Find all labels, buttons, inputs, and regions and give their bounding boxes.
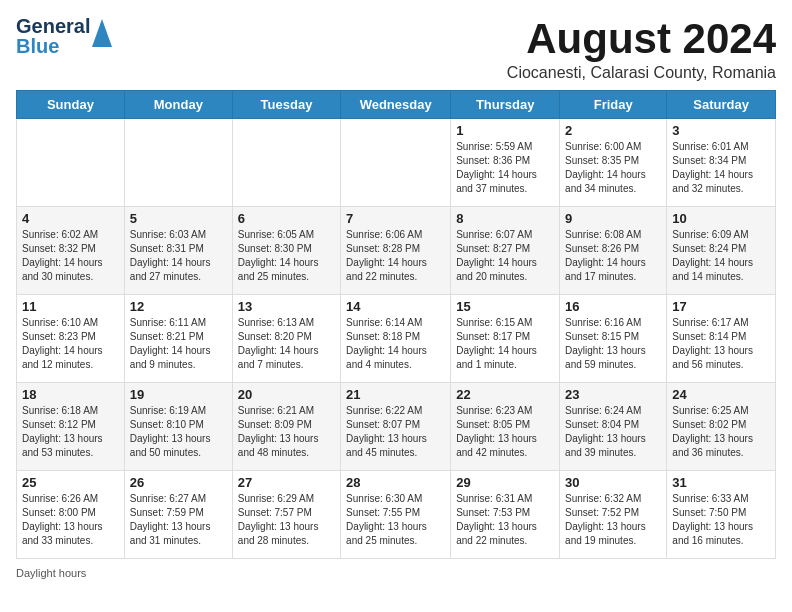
calendar-cell: 21Sunrise: 6:22 AM Sunset: 8:07 PM Dayli… [341,383,451,471]
calendar-cell: 1Sunrise: 5:59 AM Sunset: 8:36 PM Daylig… [451,119,560,207]
day-number: 1 [456,123,554,138]
calendar-cell: 11Sunrise: 6:10 AM Sunset: 8:23 PM Dayli… [17,295,125,383]
day-number: 26 [130,475,227,490]
calendar-cell: 26Sunrise: 6:27 AM Sunset: 7:59 PM Dayli… [124,471,232,559]
day-number: 24 [672,387,770,402]
calendar-week-row: 11Sunrise: 6:10 AM Sunset: 8:23 PM Dayli… [17,295,776,383]
calendar-cell: 4Sunrise: 6:02 AM Sunset: 8:32 PM Daylig… [17,207,125,295]
day-info: Sunrise: 5:59 AM Sunset: 8:36 PM Dayligh… [456,140,554,196]
day-info: Sunrise: 6:29 AM Sunset: 7:57 PM Dayligh… [238,492,335,548]
day-of-week-header: Tuesday [232,91,340,119]
day-info: Sunrise: 6:13 AM Sunset: 8:20 PM Dayligh… [238,316,335,372]
calendar-week-row: 4Sunrise: 6:02 AM Sunset: 8:32 PM Daylig… [17,207,776,295]
calendar-cell: 6Sunrise: 6:05 AM Sunset: 8:30 PM Daylig… [232,207,340,295]
day-info: Sunrise: 6:33 AM Sunset: 7:50 PM Dayligh… [672,492,770,548]
day-of-week-header: Wednesday [341,91,451,119]
calendar-cell: 5Sunrise: 6:03 AM Sunset: 8:31 PM Daylig… [124,207,232,295]
calendar-cell: 10Sunrise: 6:09 AM Sunset: 8:24 PM Dayli… [667,207,776,295]
calendar-cell: 28Sunrise: 6:30 AM Sunset: 7:55 PM Dayli… [341,471,451,559]
day-info: Sunrise: 6:03 AM Sunset: 8:31 PM Dayligh… [130,228,227,284]
footer: Daylight hours [16,567,776,579]
day-info: Sunrise: 6:01 AM Sunset: 8:34 PM Dayligh… [672,140,770,196]
day-number: 29 [456,475,554,490]
calendar-cell: 17Sunrise: 6:17 AM Sunset: 8:14 PM Dayli… [667,295,776,383]
day-number: 14 [346,299,445,314]
day-info: Sunrise: 6:26 AM Sunset: 8:00 PM Dayligh… [22,492,119,548]
day-number: 3 [672,123,770,138]
day-number: 23 [565,387,661,402]
calendar-cell: 22Sunrise: 6:23 AM Sunset: 8:05 PM Dayli… [451,383,560,471]
calendar-cell: 29Sunrise: 6:31 AM Sunset: 7:53 PM Dayli… [451,471,560,559]
day-number: 12 [130,299,227,314]
day-info: Sunrise: 6:23 AM Sunset: 8:05 PM Dayligh… [456,404,554,460]
day-info: Sunrise: 6:31 AM Sunset: 7:53 PM Dayligh… [456,492,554,548]
calendar-cell: 7Sunrise: 6:06 AM Sunset: 8:28 PM Daylig… [341,207,451,295]
day-info: Sunrise: 6:15 AM Sunset: 8:17 PM Dayligh… [456,316,554,372]
day-info: Sunrise: 6:07 AM Sunset: 8:27 PM Dayligh… [456,228,554,284]
logo-icon [92,19,112,47]
calendar-week-row: 18Sunrise: 6:18 AM Sunset: 8:12 PM Dayli… [17,383,776,471]
logo: General Blue [16,16,112,56]
logo-text: General Blue [16,16,90,56]
main-title: August 2024 [507,16,776,62]
calendar-cell: 13Sunrise: 6:13 AM Sunset: 8:20 PM Dayli… [232,295,340,383]
day-info: Sunrise: 6:10 AM Sunset: 8:23 PM Dayligh… [22,316,119,372]
calendar-cell: 25Sunrise: 6:26 AM Sunset: 8:00 PM Dayli… [17,471,125,559]
calendar-cell: 2Sunrise: 6:00 AM Sunset: 8:35 PM Daylig… [560,119,667,207]
day-info: Sunrise: 6:06 AM Sunset: 8:28 PM Dayligh… [346,228,445,284]
day-number: 22 [456,387,554,402]
day-of-week-header: Thursday [451,91,560,119]
calendar-cell: 12Sunrise: 6:11 AM Sunset: 8:21 PM Dayli… [124,295,232,383]
day-info: Sunrise: 6:18 AM Sunset: 8:12 PM Dayligh… [22,404,119,460]
day-info: Sunrise: 6:21 AM Sunset: 8:09 PM Dayligh… [238,404,335,460]
calendar-cell: 31Sunrise: 6:33 AM Sunset: 7:50 PM Dayli… [667,471,776,559]
day-number: 6 [238,211,335,226]
day-number: 21 [346,387,445,402]
day-of-week-header: Monday [124,91,232,119]
day-info: Sunrise: 6:08 AM Sunset: 8:26 PM Dayligh… [565,228,661,284]
calendar-cell: 16Sunrise: 6:16 AM Sunset: 8:15 PM Dayli… [560,295,667,383]
day-info: Sunrise: 6:05 AM Sunset: 8:30 PM Dayligh… [238,228,335,284]
day-info: Sunrise: 6:14 AM Sunset: 8:18 PM Dayligh… [346,316,445,372]
page-header: General Blue August 2024 Ciocanesti, Cal… [16,16,776,82]
calendar-cell [341,119,451,207]
day-info: Sunrise: 6:19 AM Sunset: 8:10 PM Dayligh… [130,404,227,460]
logo-blue: Blue [16,36,90,56]
day-info: Sunrise: 6:00 AM Sunset: 8:35 PM Dayligh… [565,140,661,196]
calendar-cell: 3Sunrise: 6:01 AM Sunset: 8:34 PM Daylig… [667,119,776,207]
day-info: Sunrise: 6:11 AM Sunset: 8:21 PM Dayligh… [130,316,227,372]
day-number: 9 [565,211,661,226]
day-of-week-header: Friday [560,91,667,119]
day-number: 28 [346,475,445,490]
calendar-week-row: 25Sunrise: 6:26 AM Sunset: 8:00 PM Dayli… [17,471,776,559]
calendar-cell [232,119,340,207]
day-of-week-header: Sunday [17,91,125,119]
day-number: 30 [565,475,661,490]
day-info: Sunrise: 6:09 AM Sunset: 8:24 PM Dayligh… [672,228,770,284]
calendar-cell: 18Sunrise: 6:18 AM Sunset: 8:12 PM Dayli… [17,383,125,471]
day-number: 16 [565,299,661,314]
calendar-cell: 27Sunrise: 6:29 AM Sunset: 7:57 PM Dayli… [232,471,340,559]
calendar-table: SundayMondayTuesdayWednesdayThursdayFrid… [16,90,776,559]
calendar-cell: 9Sunrise: 6:08 AM Sunset: 8:26 PM Daylig… [560,207,667,295]
day-info: Sunrise: 6:32 AM Sunset: 7:52 PM Dayligh… [565,492,661,548]
calendar-header-row: SundayMondayTuesdayWednesdayThursdayFrid… [17,91,776,119]
day-number: 25 [22,475,119,490]
calendar-cell: 8Sunrise: 6:07 AM Sunset: 8:27 PM Daylig… [451,207,560,295]
calendar-cell: 20Sunrise: 6:21 AM Sunset: 8:09 PM Dayli… [232,383,340,471]
day-info: Sunrise: 6:30 AM Sunset: 7:55 PM Dayligh… [346,492,445,548]
logo-general: General [16,16,90,36]
day-number: 2 [565,123,661,138]
svg-marker-0 [92,19,112,47]
day-number: 13 [238,299,335,314]
day-info: Sunrise: 6:02 AM Sunset: 8:32 PM Dayligh… [22,228,119,284]
day-info: Sunrise: 6:27 AM Sunset: 7:59 PM Dayligh… [130,492,227,548]
day-number: 8 [456,211,554,226]
day-number: 18 [22,387,119,402]
day-number: 4 [22,211,119,226]
day-info: Sunrise: 6:22 AM Sunset: 8:07 PM Dayligh… [346,404,445,460]
day-number: 15 [456,299,554,314]
calendar-week-row: 1Sunrise: 5:59 AM Sunset: 8:36 PM Daylig… [17,119,776,207]
day-of-week-header: Saturday [667,91,776,119]
day-number: 5 [130,211,227,226]
